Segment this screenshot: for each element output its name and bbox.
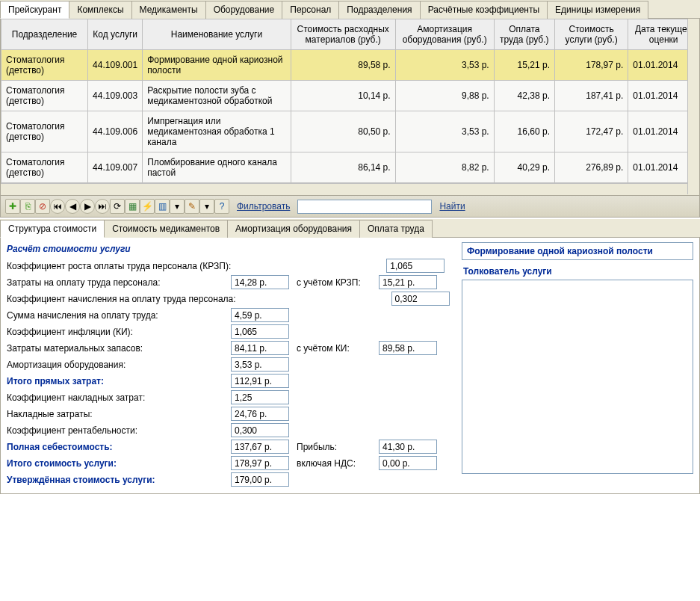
table-row[interactable]: Стоматология (детство)44.109.006Импрегна… — [1, 111, 699, 152]
ki-label: Коэффициент инфляции (КИ): — [7, 327, 223, 337]
cell-amort: 3,53 р. — [395, 50, 494, 81]
approved-label: Утверждённая стоимость услуги: — [7, 475, 223, 485]
cell-labor: 42,38 р. — [494, 81, 554, 111]
cell-amort: 9,88 р. — [395, 81, 494, 111]
mat-k-value[interactable]: 89,58 р. — [379, 341, 437, 355]
add-icon[interactable]: ✚ — [5, 199, 20, 214]
nav-last-icon[interactable]: ⏭ — [95, 199, 110, 214]
overhead-value[interactable]: 24,76 р. — [231, 407, 289, 421]
direct-value[interactable]: 112,91 р. — [231, 374, 289, 388]
labor-value[interactable]: 14,28 р. — [231, 275, 289, 289]
find-link[interactable]: Найти — [439, 201, 465, 212]
tab-0[interactable]: Прейскурант — [0, 1, 69, 19]
labor-k-label: с учётом КРЗП: — [297, 277, 371, 288]
tab-1[interactable]: Стоимость медикаментов — [104, 220, 228, 238]
dropdown2-icon[interactable]: ▾ — [199, 199, 214, 214]
nav-next-icon[interactable]: ▶ — [80, 199, 95, 214]
col-header[interactable]: Оплата труда (руб.) — [494, 19, 554, 50]
accrual-sum-value[interactable]: 4,59 р. — [231, 308, 289, 322]
mat-k-label: с учётом КИ: — [297, 343, 371, 354]
dropdown-icon[interactable]: ▾ — [170, 199, 185, 214]
cell-name: Формирование одной кариозной полости — [143, 50, 291, 81]
cell-code: 44.109.007 — [88, 152, 143, 183]
labor-k-value[interactable]: 15,21 р. — [379, 275, 437, 289]
filter-link[interactable]: Фильтровать — [237, 201, 290, 212]
grid-container: ПодразделениеКод услугиНаименование услу… — [0, 19, 700, 218]
col-header[interactable]: Амортизация оборудования (руб.) — [395, 19, 494, 50]
bolt-icon[interactable]: ⚡ — [140, 199, 155, 214]
profit-value[interactable]: 41,30 р. — [379, 440, 437, 454]
cell-cost: 178,97 р. — [554, 50, 628, 81]
cell-amort: 8,82 р. — [395, 152, 494, 183]
interpreter-box[interactable] — [462, 280, 693, 474]
overhead-coef-value[interactable]: 1,25 — [231, 390, 289, 404]
tab-0[interactable]: Структура стоимости — [0, 220, 105, 238]
ki-value[interactable]: 1,065 — [231, 324, 289, 339]
tab-7[interactable]: Единицы измерения — [547, 1, 648, 19]
refresh-icon[interactable]: ⟳ — [110, 199, 125, 214]
cell-dep: Стоматология (детство) — [1, 50, 88, 81]
grid-toolbar: ✚⎘⊘⏮◀▶⏭⟳▦⚡▥▾✎▾? Фильтровать Найти — [1, 195, 699, 217]
tab-2[interactable]: Медикаменты — [131, 1, 206, 19]
cell-code: 44.109.001 — [88, 50, 143, 81]
col-header[interactable]: Наименование услуги — [143, 19, 291, 50]
tool-icon[interactable]: ✎ — [185, 199, 199, 214]
cell-dep: Стоматология (детство) — [1, 152, 88, 183]
full-cost-label: Полная себестоимость: — [7, 442, 223, 452]
cell-dep: Стоматология (детство) — [1, 111, 88, 152]
cell-labor: 16,60 р. — [494, 111, 554, 152]
nav-first-icon[interactable]: ⏮ — [50, 199, 65, 214]
scrollbar-vertical[interactable] — [687, 19, 699, 194]
tab-3[interactable]: Оборудование — [205, 1, 283, 19]
cell-code: 44.109.003 — [88, 81, 143, 111]
cell-mat: 86,14 р. — [291, 152, 395, 183]
calc-title: Расчёт стоимости услуги — [7, 244, 454, 254]
krzp-value[interactable]: 1,065 — [386, 259, 445, 273]
tab-1[interactable]: Комплексы — [69, 1, 131, 19]
cell-mat: 10,14 р. — [291, 81, 395, 111]
col-header[interactable]: Стоимость расходных материалов (руб.) — [291, 19, 395, 50]
export-xls-icon[interactable]: ▦ — [125, 199, 140, 214]
direct-label: Итого прямых затрат: — [7, 376, 223, 386]
tab-2[interactable]: Амортизация оборудования — [227, 220, 360, 238]
delete-icon[interactable]: ⊘ — [35, 199, 50, 214]
top-tabstrip: ПрейскурантКомплексыМедикаментыОборудова… — [0, 0, 700, 19]
copy-icon[interactable]: ⎘ — [20, 199, 35, 214]
price-grid: ПодразделениеКод услугиНаименование услу… — [1, 19, 699, 183]
cell-cost: 172,47 р. — [554, 111, 628, 152]
mat-label: Затраты материальных запасов: — [7, 343, 223, 354]
accrual-coef-label: Коэффициент начисления на оплату труда п… — [7, 294, 236, 304]
table-row[interactable]: Стоматология (детство)44.109.001Формиров… — [1, 50, 699, 81]
tab-6[interactable]: Расчётные коэффициенты — [420, 1, 548, 19]
filter-input[interactable] — [297, 200, 432, 214]
profit-label: Прибыль: — [297, 442, 371, 452]
amort-value[interactable]: 3,53 р. — [231, 357, 289, 372]
bottom-tabstrip: Структура стоимостиСтоимость медикаменто… — [0, 219, 700, 238]
table-row[interactable]: Стоматология (детство)44.109.003Раскрыти… — [1, 81, 699, 111]
chart-icon[interactable]: ▥ — [155, 199, 170, 214]
cell-mat: 89,58 р. — [291, 50, 395, 81]
profit-coef-value[interactable]: 0,300 — [231, 423, 289, 437]
cost-structure-panel: Расчёт стоимости услуги Коэффициент рост… — [0, 238, 700, 494]
total-value[interactable]: 178,97 р. — [231, 456, 289, 470]
col-header[interactable]: Стоимость услуги (руб.) — [554, 19, 628, 50]
mat-value[interactable]: 84,11 р. — [231, 341, 289, 355]
nav-prev-icon[interactable]: ◀ — [65, 199, 80, 214]
krzp-label: Коэффициент роста оплаты труда персонала… — [7, 261, 231, 271]
table-row[interactable]: Стоматология (детство)44.109.007Пломбиро… — [1, 152, 699, 183]
help-icon[interactable]: ? — [214, 199, 229, 214]
tab-3[interactable]: Оплата труда — [359, 220, 433, 238]
cell-dep: Стоматология (детство) — [1, 81, 88, 111]
col-header[interactable]: Подразделение — [1, 19, 88, 50]
vat-value[interactable]: 0,00 р. — [379, 456, 437, 470]
scrollbar-horizontal[interactable] — [1, 183, 699, 195]
tab-4[interactable]: Персонал — [282, 1, 339, 19]
approved-value[interactable]: 179,00 р. — [231, 472, 289, 487]
profit-coef-label: Коэффициент рентабельности: — [7, 425, 223, 436]
accrual-coef-value[interactable]: 0,302 — [391, 292, 450, 306]
full-cost-value[interactable]: 137,67 р. — [231, 440, 289, 454]
total-label: Итого стоимость услуги: — [7, 458, 223, 469]
col-header[interactable]: Код услуги — [88, 19, 143, 50]
tab-5[interactable]: Подразделения — [338, 1, 420, 19]
service-name-box: Формирование одной кариозной полости — [462, 242, 693, 260]
